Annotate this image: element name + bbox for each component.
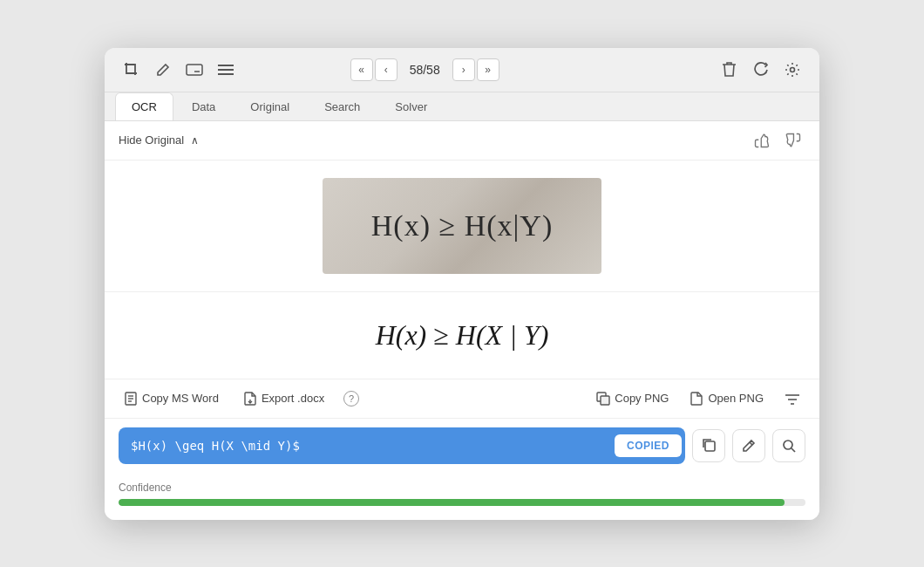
keyboard-icon[interactable] bbox=[181, 57, 207, 83]
menu-icon[interactable] bbox=[213, 57, 239, 83]
tab-search[interactable]: Search bbox=[308, 92, 377, 120]
chevron-up-icon: ∧ bbox=[191, 134, 199, 147]
settings-icon[interactable] bbox=[779, 57, 805, 83]
page-navigation: « ‹ 58/58 › » bbox=[350, 58, 499, 81]
svg-line-24 bbox=[750, 442, 752, 445]
thumbdown-button[interactable] bbox=[781, 128, 805, 153]
latex-input-wrap[interactable]: $H(x) \geq H(X \mid Y)$ COPIED bbox=[119, 427, 685, 464]
pen-icon[interactable] bbox=[150, 57, 176, 83]
hide-original-bar: Hide Original ∧ bbox=[105, 121, 819, 161]
hide-original-button[interactable]: Hide Original ∧ bbox=[119, 133, 199, 147]
svg-point-12 bbox=[790, 67, 794, 72]
confidence-label: Confidence bbox=[119, 482, 805, 494]
confidence-area: Confidence bbox=[105, 473, 819, 520]
crop-icon[interactable] bbox=[119, 57, 145, 83]
latex-value: $H(x) \geq H(X \mid Y)$ bbox=[119, 439, 611, 453]
tabs-bar: OCR Data Original Search Solver bbox=[105, 92, 819, 121]
svg-rect-0 bbox=[187, 65, 202, 75]
copy-png-button[interactable]: Copy PNG bbox=[591, 388, 674, 409]
nav-first-button[interactable]: « bbox=[350, 58, 373, 81]
tab-data[interactable]: Data bbox=[175, 92, 232, 120]
nav-last-button[interactable]: » bbox=[477, 58, 499, 81]
page-indicator: 58/58 bbox=[399, 63, 451, 77]
svg-rect-23 bbox=[705, 441, 715, 451]
edit-latex-button[interactable] bbox=[732, 429, 765, 462]
filter-button[interactable] bbox=[779, 388, 805, 409]
open-png-button[interactable]: Open PNG bbox=[684, 388, 769, 409]
image-area: H(x) ≥ H(x|Y) bbox=[105, 161, 819, 292]
tab-solver[interactable]: Solver bbox=[378, 92, 444, 120]
svg-line-26 bbox=[792, 448, 795, 452]
copy-latex-button[interactable] bbox=[692, 429, 725, 462]
tab-ocr[interactable]: OCR bbox=[115, 92, 173, 120]
search-latex-button[interactable] bbox=[772, 429, 805, 462]
feedback-icons bbox=[750, 128, 805, 153]
toolbar: « ‹ 58/58 › » bbox=[105, 48, 819, 92]
math-render-area: H(x) ≥ H(X | Y) bbox=[105, 292, 819, 379]
rendered-formula: H(x) ≥ H(X | Y) bbox=[376, 319, 549, 352]
action-right: Copy PNG Open PNG bbox=[591, 388, 805, 409]
refresh-icon[interactable] bbox=[748, 57, 774, 83]
delete-icon[interactable] bbox=[717, 57, 743, 83]
copy-ms-word-button[interactable]: Copy MS Word bbox=[119, 388, 224, 409]
copied-badge: COPIED bbox=[615, 434, 682, 457]
toolbar-right bbox=[717, 57, 805, 83]
thumbup-button[interactable] bbox=[750, 128, 774, 153]
svg-rect-19 bbox=[601, 396, 609, 405]
math-image: H(x) ≥ H(x|Y) bbox=[323, 178, 601, 274]
confidence-bar-bg bbox=[119, 499, 805, 506]
nav-next-button[interactable]: › bbox=[452, 58, 475, 81]
tab-original[interactable]: Original bbox=[234, 92, 306, 120]
confidence-bar-fill bbox=[119, 499, 785, 506]
nav-prev-button[interactable]: ‹ bbox=[375, 58, 397, 81]
export-docx-button[interactable]: Export .docx bbox=[238, 388, 330, 409]
action-bar: Copy MS Word Export .docx ? Copy PNG bbox=[105, 379, 819, 419]
help-icon[interactable]: ? bbox=[343, 391, 359, 406]
latex-bar: $H(x) \geq H(X \mid Y)$ COPIED bbox=[105, 419, 819, 473]
svg-point-25 bbox=[784, 441, 792, 449]
main-window: « ‹ 58/58 › » bbox=[105, 48, 819, 520]
